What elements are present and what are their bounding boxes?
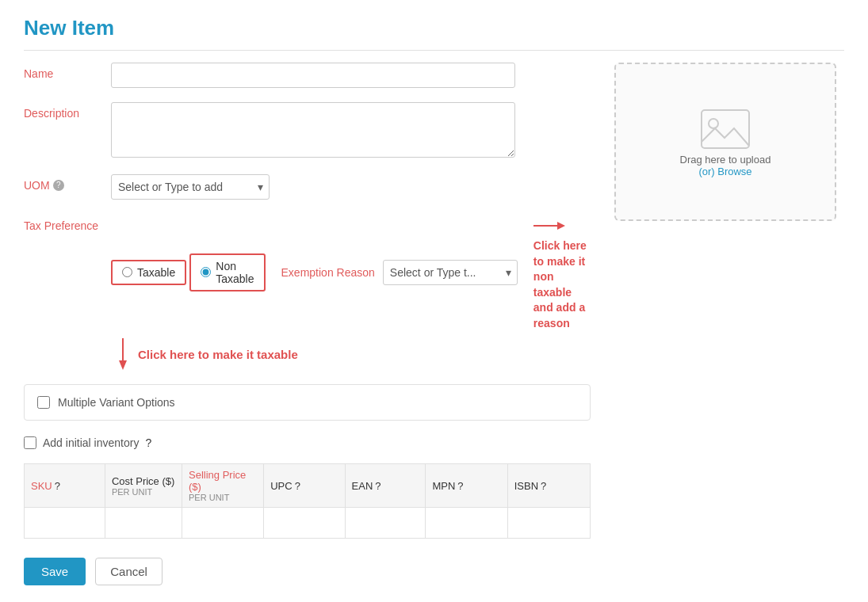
td-sku [25,508,105,539]
td-upc [264,508,345,539]
svg-rect-4 [702,110,749,148]
td-mpn [426,508,507,539]
description-input[interactable] [111,102,515,158]
tax-row-inner: Taxable Non Taxable Exemption Reason [111,214,591,330]
below-annotation: Click here to make it taxable [111,338,591,370]
arrow-down-icon [111,338,135,370]
th-ean: EAN ? [345,464,426,508]
description-row: Description [24,102,591,160]
td-cost-price [105,508,182,539]
th-isbn: ISBN ? [507,464,590,508]
save-button[interactable]: Save [24,558,86,585]
td-selling-price [182,508,264,539]
button-row: Save Cancel [24,558,591,585]
non-taxable-radio[interactable] [201,267,211,277]
exemption-select[interactable]: Select or Type t... [383,260,518,285]
td-ean [345,508,426,539]
exemption-section: Exemption Reason Select or Type t... [281,260,518,285]
upc-help-icon[interactable]: ? [295,480,300,492]
description-control [111,102,591,160]
svg-marker-3 [119,360,127,370]
tax-annotation-wrapper: Taxable Non Taxable Exemption Reason [111,214,591,370]
name-control [111,63,591,88]
variant-label: Multiple Variant Options [58,396,175,409]
ean-input[interactable] [349,511,423,535]
selling-price-input[interactable] [185,511,260,535]
isbn-input[interactable] [511,511,587,535]
mpn-input[interactable] [429,511,503,535]
inventory-label: Add initial inventory [43,436,139,449]
table-header-row: SKU ? Cost Price ($) PER UNIT Selling Pr… [25,464,591,508]
tax-pref-row: Tax Preference Taxable [24,214,591,370]
td-isbn [507,508,590,539]
variant-section: Multiple Variant Options [24,384,591,421]
cost-price-input[interactable] [109,511,178,535]
inventory-section: Add initial inventory ? [24,436,591,449]
inventory-checkbox[interactable] [24,436,36,449]
tax-pref-control: Taxable Non Taxable Exemption Reason [111,214,591,370]
upload-area[interactable]: Drag here to upload (or) Browse [614,63,836,221]
annotation-below-text: Click here to make it taxable [138,348,298,361]
mpn-help-icon[interactable]: ? [457,480,463,492]
svg-marker-1 [557,222,565,230]
uom-select[interactable]: Select or Type to add [111,174,270,200]
page-title: New Item [24,16,844,51]
annotation-right-text: Click here to make it non taxable and ad… [533,239,587,330]
taxable-radio[interactable] [122,267,132,277]
uom-row: UOM ? Select or Type to add [24,174,591,200]
sku-input[interactable] [28,511,101,535]
inventory-table: SKU ? Cost Price ($) PER UNIT Selling Pr… [24,463,591,539]
uom-label: UOM ? [24,174,111,192]
th-upc: UPC ? [264,464,345,508]
variant-checkbox[interactable] [37,396,50,409]
th-selling-price: Selling Price ($) PER UNIT [182,464,264,508]
tax-pref-label: Tax Preference [24,214,111,233]
th-mpn: MPN ? [426,464,507,508]
non-taxable-label: Non Taxable [216,260,254,285]
sku-help-icon[interactable]: ? [55,480,60,492]
svg-point-5 [709,119,718,128]
description-label: Description [24,102,111,120]
name-label: Name [24,63,111,80]
taxable-radio-box[interactable]: Taxable [111,260,186,285]
non-taxable-radio-box[interactable]: Non Taxable [189,253,265,291]
upload-drag-text: Drag here to upload [680,154,771,166]
table-row [25,508,591,539]
form-area: Name Description UOM ? [24,63,844,585]
cancel-button[interactable]: Cancel [95,558,163,585]
th-cost-price: Cost Price ($) PER UNIT [105,464,182,508]
annotation-right: Click here to make it non taxable and ad… [533,214,591,330]
uom-control: Select or Type to add [111,174,591,200]
ean-help-icon[interactable]: ? [375,480,380,492]
th-sku: SKU ? [25,464,105,508]
page-container: New Item Name Description UOM [0,0,868,601]
exemption-select-wrapper: Select or Type t... [383,260,518,285]
upload-browse-link[interactable]: (or) Browse [698,166,751,177]
name-input[interactable] [111,63,515,88]
form-left: Name Description UOM ? [24,63,591,585]
name-row: Name [24,63,591,88]
image-placeholder-icon [698,106,753,154]
uom-select-wrapper: Select or Type to add [111,174,270,200]
form-right: Drag here to upload (or) Browse [614,63,844,585]
isbn-help-icon[interactable]: ? [541,480,546,492]
exemption-label: Exemption Reason [281,266,375,279]
uom-help-icon[interactable]: ? [53,180,64,191]
arrow-right-icon [533,214,565,238]
taxable-label: Taxable [137,266,175,279]
upc-input[interactable] [267,511,341,535]
inventory-help-icon[interactable]: ? [145,436,151,449]
